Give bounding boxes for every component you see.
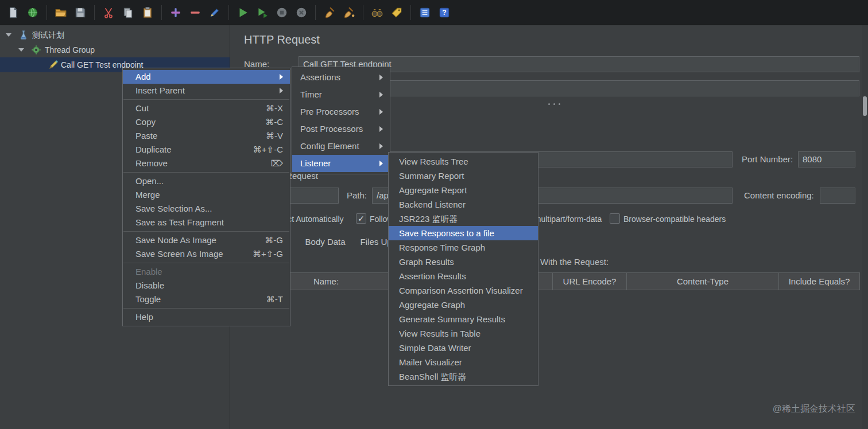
menu-shortcut: ⌘+⇧-G xyxy=(253,247,283,261)
broom-icon xyxy=(323,6,336,19)
shutdown-button[interactable] xyxy=(293,4,310,21)
menu-item-label: Aggregate Report xyxy=(399,183,531,197)
toolbar-separator xyxy=(94,5,95,20)
menu-item-open[interactable]: Open... xyxy=(123,174,290,188)
expand-arrow-icon[interactable] xyxy=(18,48,24,52)
toggle-button[interactable] xyxy=(206,4,223,21)
menu-item-insert-parent[interactable]: Insert Parent xyxy=(123,84,290,98)
port-number-input[interactable]: 8080 xyxy=(798,151,855,167)
menu-item-label: BeanShell 监听器 xyxy=(399,369,531,384)
splitter-handle-icon[interactable] xyxy=(547,102,562,106)
menu-item-toggle[interactable]: Toggle⌘-T xyxy=(123,292,290,306)
menu-item-copy[interactable]: Copy⌘-C xyxy=(123,115,290,129)
templates-button[interactable] xyxy=(24,4,41,21)
start-button[interactable] xyxy=(234,4,251,21)
menu-item-assertion-results[interactable]: Assertion Results xyxy=(389,269,538,283)
menu-item-save-screen-as-image[interactable]: Save Screen As Image⌘+⇧-G xyxy=(123,247,290,261)
checkbox-browser-compatible-headers[interactable] xyxy=(610,213,620,224)
new-file-button[interactable] xyxy=(5,4,22,21)
menu-item-save-responses-to-a-file[interactable]: Save Responses to a file xyxy=(389,226,538,240)
stop-button[interactable] xyxy=(273,4,290,21)
expand-arrow-icon[interactable] xyxy=(6,33,11,37)
menu-item-simple-data-writer[interactable]: Simple Data Writer xyxy=(389,341,538,355)
menu-item-comparison-assertion-visualizer[interactable]: Comparison Assertion Visualizer xyxy=(389,283,538,298)
menu-item-post-processors[interactable]: Post Processors xyxy=(292,120,390,138)
menu-item-config-element[interactable]: Config Element xyxy=(292,138,390,155)
watermark: @稀土掘金技术社区 xyxy=(773,403,855,415)
menu-item-summary-report[interactable]: Summary Report xyxy=(389,169,538,183)
menu-item-help[interactable]: Help xyxy=(123,310,290,324)
menu-item-remove[interactable]: Remove⌦ xyxy=(123,157,290,170)
http-sampler-icon xyxy=(48,60,59,70)
menu-item-label: Aggregate Graph xyxy=(399,298,531,312)
menu-item-generate-summary-results[interactable]: Generate Summary Results xyxy=(389,312,538,326)
menu-item-save-as-test-fragment[interactable]: Save as Test Fragment xyxy=(123,216,290,229)
vertical-scrollbar-thumb[interactable] xyxy=(863,96,867,116)
copy-button[interactable] xyxy=(119,4,137,21)
paste-button[interactable] xyxy=(139,4,156,21)
menu-item-label: View Results in Table xyxy=(399,326,531,341)
menu-shortcut: ⌘-T xyxy=(266,292,283,306)
function-helper-button[interactable] xyxy=(416,4,433,21)
help-button[interactable]: ? xyxy=(436,4,453,21)
tree-item-thread-group[interactable]: Thread Group xyxy=(0,42,230,57)
content-encoding-label: Content encoding: xyxy=(744,188,814,204)
jmeter-window: ? 测试计划 Thread Group Call GET Test endpoi… xyxy=(0,0,868,429)
clear-all-button[interactable] xyxy=(340,4,358,21)
content-encoding-input[interactable] xyxy=(820,188,855,204)
search-reset-button[interactable] xyxy=(388,4,405,21)
listener-submenu: View Results TreeSummary ReportAggregate… xyxy=(388,152,538,386)
menu-item-add[interactable]: Add xyxy=(123,70,290,84)
tree-item-test-plan[interactable]: 测试计划 xyxy=(0,28,230,42)
menu-item-save-node-as-image[interactable]: Save Node As Image⌘-G xyxy=(123,233,290,247)
menu-item-graph-results[interactable]: Graph Results xyxy=(389,255,538,269)
menu-item-timer[interactable]: Timer xyxy=(292,86,390,103)
open-file-button[interactable] xyxy=(52,4,69,21)
collapse-all-button[interactable] xyxy=(187,4,204,21)
submenu-arrow-icon xyxy=(280,88,283,93)
checkbox-follow-redirects[interactable] xyxy=(356,213,366,224)
menu-separator xyxy=(123,231,289,232)
menu-item-beanshell[interactable]: BeanShell 监听器 xyxy=(389,369,538,384)
plus-icon xyxy=(169,6,182,19)
menu-item-label: Generate Summary Results xyxy=(399,312,531,326)
menu-item-merge[interactable]: Merge xyxy=(123,188,290,202)
menu-item-aggregate-report[interactable]: Aggregate Report xyxy=(389,183,538,197)
menu-item-mailer-visualizer[interactable]: Mailer Visualizer xyxy=(389,355,538,369)
pencil-icon xyxy=(208,6,221,19)
toolbar-separator xyxy=(161,5,162,20)
menu-item-aggregate-graph[interactable]: Aggregate Graph xyxy=(389,298,538,312)
vertical-scrollbar-track[interactable] xyxy=(862,25,868,429)
submenu-arrow-icon xyxy=(379,126,383,132)
context-menu: AddInsert ParentCut⌘-XCopy⌘-CPaste⌘-VDup… xyxy=(122,68,290,326)
menu-item-cut[interactable]: Cut⌘-X xyxy=(123,102,290,115)
submenu-arrow-icon xyxy=(379,75,383,80)
menu-item-pre-processors[interactable]: Pre Processors xyxy=(292,103,390,120)
clear-button[interactable] xyxy=(321,4,338,21)
menu-item-label: Assertions xyxy=(300,69,375,86)
menu-item-disable[interactable]: Disable xyxy=(123,279,290,292)
menu-item-enable[interactable]: Enable xyxy=(123,265,290,279)
menu-item-label: Add xyxy=(135,70,275,84)
search-button[interactable] xyxy=(369,4,386,21)
save-button[interactable] xyxy=(72,4,89,21)
menu-item-jsr223[interactable]: JSR223 监听器 xyxy=(389,212,538,226)
menu-item-label: View Results Tree xyxy=(399,154,531,169)
tab-body-data[interactable]: Body Data xyxy=(300,234,351,250)
start-no-pauses-button[interactable] xyxy=(254,4,271,21)
save-icon xyxy=(74,6,87,19)
menu-item-duplicate[interactable]: Duplicate⌘+⇧-C xyxy=(123,143,290,157)
menu-item-view-results-in-table[interactable]: View Results in Table xyxy=(389,326,538,341)
menu-item-label: Comparison Assertion Visualizer xyxy=(399,283,531,298)
menu-item-paste[interactable]: Paste⌘-V xyxy=(123,129,290,143)
menu-item-assertions[interactable]: Assertions xyxy=(292,69,390,86)
menu-item-view-results-tree[interactable]: View Results Tree xyxy=(389,154,538,169)
menu-item-listener[interactable]: Listener xyxy=(292,155,390,172)
menu-item-label: Copy xyxy=(135,115,255,129)
expand-all-button[interactable] xyxy=(167,4,184,21)
column-header-url-encode: URL Encode? xyxy=(553,273,627,290)
menu-item-backend-listener[interactable]: Backend Listener xyxy=(389,197,538,212)
menu-item-save-selection-as[interactable]: Save Selection As... xyxy=(123,202,290,216)
cut-button[interactable] xyxy=(100,4,117,21)
menu-item-response-time-graph[interactable]: Response Time Graph xyxy=(389,240,538,255)
